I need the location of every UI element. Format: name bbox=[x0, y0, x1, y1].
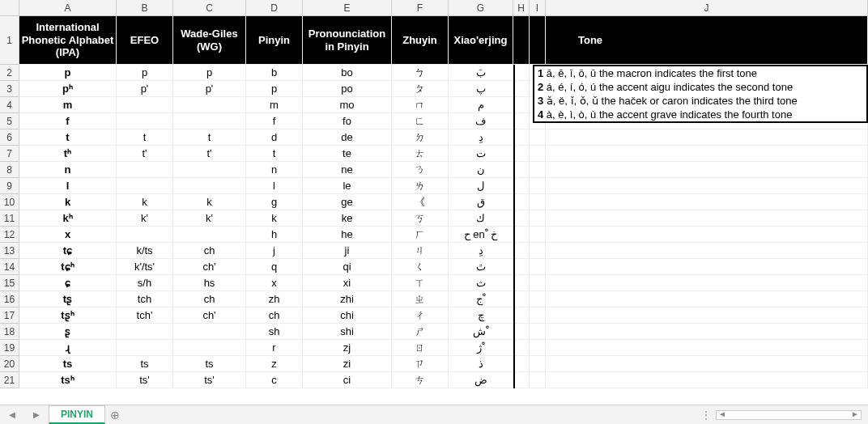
cell-B-9[interactable] bbox=[117, 178, 173, 194]
header-zhuyin[interactable]: Zhuyin bbox=[392, 16, 449, 65]
cell-D-16[interactable]: zh bbox=[246, 291, 303, 307]
cell-I-13[interactable] bbox=[530, 243, 546, 259]
cell-C-16[interactable]: ch bbox=[173, 291, 246, 307]
cell-C-21[interactable]: ts' bbox=[173, 372, 246, 388]
sheet-tab-pinyin[interactable]: PINYIN bbox=[49, 405, 105, 424]
cell-H-13[interactable] bbox=[513, 243, 530, 259]
cell-I-20[interactable] bbox=[530, 356, 546, 372]
cell-I-14[interactable] bbox=[530, 259, 546, 275]
cell-B-2[interactable]: p bbox=[117, 65, 173, 81]
cell-H-2[interactable] bbox=[513, 65, 530, 81]
cell-B-4[interactable] bbox=[117, 97, 173, 113]
cell-G-6[interactable]: دِ bbox=[449, 129, 513, 146]
cell-D-11[interactable]: k bbox=[246, 210, 303, 227]
cell-F-14[interactable]: ㄑ bbox=[392, 259, 449, 275]
col-header-C[interactable]: C bbox=[173, 0, 246, 15]
cell-D-12[interactable]: h bbox=[246, 227, 303, 243]
cell-H-4[interactable] bbox=[513, 97, 530, 113]
cell-H-18[interactable] bbox=[513, 324, 530, 340]
cell-J-11[interactable] bbox=[546, 210, 868, 227]
cell-B-15[interactable]: s/h bbox=[117, 275, 173, 291]
cell-E-5[interactable]: fo bbox=[303, 113, 392, 129]
cell-J-6[interactable] bbox=[546, 129, 868, 146]
cell-E-4[interactable]: mo bbox=[303, 97, 392, 113]
row-header-19[interactable]: 19 bbox=[0, 340, 19, 356]
cell-G-11[interactable]: ك bbox=[449, 210, 513, 227]
cell-D-9[interactable]: l bbox=[246, 178, 303, 194]
cell-J-14[interactable] bbox=[546, 259, 868, 275]
row-header-1[interactable]: 1 bbox=[0, 16, 19, 65]
cell-E-15[interactable]: xi bbox=[303, 275, 392, 291]
cell-D-5[interactable]: f bbox=[246, 113, 303, 129]
col-header-J[interactable]: J bbox=[546, 0, 868, 15]
cell-H-7[interactable] bbox=[513, 146, 530, 162]
cell-I-6[interactable] bbox=[530, 129, 546, 146]
cell-F-7[interactable]: ㄊ bbox=[392, 146, 449, 162]
cell-H-8[interactable] bbox=[513, 162, 530, 178]
cell-B-14[interactable]: k'/ts' bbox=[117, 259, 173, 275]
cell-J-20[interactable] bbox=[546, 356, 868, 372]
row-header-2[interactable]: 2 bbox=[0, 65, 19, 81]
cell-G-17[interactable]: چ bbox=[449, 307, 513, 324]
row-header-6[interactable]: 6 bbox=[0, 129, 19, 146]
cell-J-8[interactable] bbox=[546, 162, 868, 178]
cell-C-3[interactable]: p' bbox=[173, 81, 246, 97]
cell-C-17[interactable]: ch' bbox=[173, 307, 246, 324]
cell-E-6[interactable]: de bbox=[303, 129, 392, 146]
cell-G-4[interactable]: م bbox=[449, 97, 513, 113]
cell-J-12[interactable] bbox=[546, 227, 868, 243]
col-header-E[interactable]: E bbox=[303, 0, 392, 15]
cell-D-2[interactable]: b bbox=[246, 65, 303, 81]
cell-D-3[interactable]: p bbox=[246, 81, 303, 97]
row-header-4[interactable]: 4 bbox=[0, 97, 19, 113]
cell-E-9[interactable]: le bbox=[303, 178, 392, 194]
cell-H-16[interactable] bbox=[513, 291, 530, 307]
cell-F-19[interactable]: ㄖ bbox=[392, 340, 449, 356]
cell-D-13[interactable]: j bbox=[246, 243, 303, 259]
cell-B-12[interactable] bbox=[117, 227, 173, 243]
cell-H-20[interactable] bbox=[513, 356, 530, 372]
cell-F-18[interactable]: ㄕ bbox=[392, 324, 449, 340]
row-header-11[interactable]: 11 bbox=[0, 210, 19, 227]
cell-G-18[interactable]: ش ْ bbox=[449, 324, 513, 340]
cell-E-19[interactable]: zj bbox=[303, 340, 392, 356]
cell-C-10[interactable]: k bbox=[173, 194, 246, 210]
cell-H-3[interactable] bbox=[513, 81, 530, 97]
cell-A-19[interactable]: ɻ bbox=[19, 340, 117, 356]
col-header-B[interactable]: B bbox=[117, 0, 173, 15]
cell-G-8[interactable]: ن bbox=[449, 162, 513, 178]
cell-I-11[interactable] bbox=[530, 210, 546, 227]
cell-G-7[interactable]: ت bbox=[449, 146, 513, 162]
cell-D-21[interactable]: c bbox=[246, 372, 303, 388]
cell-C-7[interactable]: t' bbox=[173, 146, 246, 162]
cell-E-20[interactable]: zi bbox=[303, 356, 392, 372]
cell-D-8[interactable]: n bbox=[246, 162, 303, 178]
cell-B-13[interactable]: k/ts bbox=[117, 243, 173, 259]
cell-H-17[interactable] bbox=[513, 307, 530, 324]
cell-I-17[interactable] bbox=[530, 307, 546, 324]
cell-B-6[interactable]: t bbox=[117, 129, 173, 146]
cell-J-15[interactable] bbox=[546, 275, 868, 291]
cell-A-4[interactable]: m bbox=[19, 97, 117, 113]
cell-F-9[interactable]: ㄌ bbox=[392, 178, 449, 194]
cell-G-10[interactable]: ق bbox=[449, 194, 513, 210]
col-header-D[interactable]: D bbox=[246, 0, 303, 15]
cell-I-9[interactable] bbox=[530, 178, 546, 194]
cell-B-19[interactable] bbox=[117, 340, 173, 356]
cell-B-18[interactable] bbox=[117, 324, 173, 340]
tab-nav-next-icon[interactable]: ► bbox=[32, 409, 42, 421]
cell-B-3[interactable]: p' bbox=[117, 81, 173, 97]
row-header-5[interactable]: 5 bbox=[0, 113, 19, 129]
cell-B-21[interactable]: ts' bbox=[117, 372, 173, 388]
cell-G-21[interactable]: ض bbox=[449, 372, 513, 388]
cell-I-10[interactable] bbox=[530, 194, 546, 210]
cell-E-16[interactable]: zhi bbox=[303, 291, 392, 307]
tone-note-1[interactable]: 1 ā, ē, ī, ō, ū the macron indicates the… bbox=[534, 66, 866, 80]
cell-F-6[interactable]: ㄉ bbox=[392, 129, 449, 146]
cell-F-5[interactable]: ㄈ bbox=[392, 113, 449, 129]
header-ipa[interactable]: International Phonetic Alphabet (IPA) bbox=[19, 16, 117, 65]
cell-H-10[interactable] bbox=[513, 194, 530, 210]
header-wg[interactable]: Wade-Giles (WG) bbox=[173, 16, 246, 65]
cell-H-11[interactable] bbox=[513, 210, 530, 227]
row-header-16[interactable]: 16 bbox=[0, 291, 19, 307]
